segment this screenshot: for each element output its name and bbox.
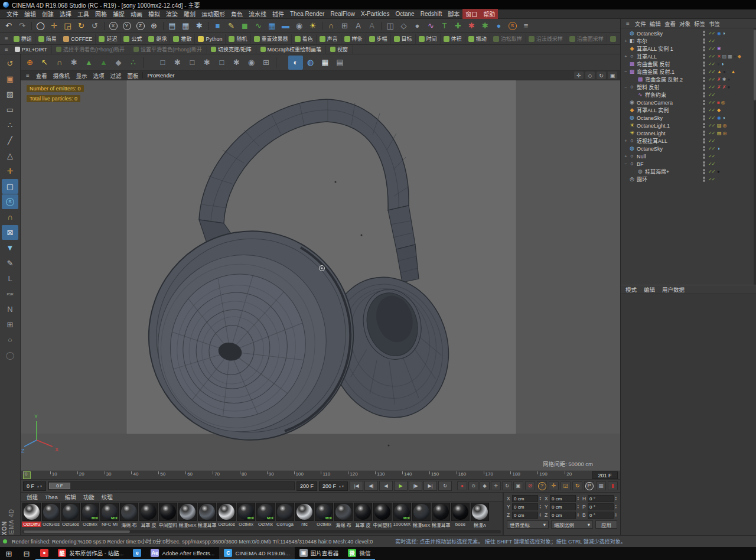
object-row[interactable]: ▩ 弯曲金属 反射 ● ◑ — [622, 60, 755, 68]
material-thumbnail[interactable]: M!X — [393, 503, 411, 521]
material-item[interactable]: OctGlos — [61, 503, 80, 527]
enable-checks-icon[interactable] — [708, 77, 717, 82]
enable-checks-icon[interactable] — [708, 161, 717, 167]
material-item[interactable]: 海绵-布 — [119, 503, 139, 528]
object-name[interactable]: OctaneSky — [637, 115, 702, 121]
menu-item[interactable]: 帮助 — [480, 9, 498, 19]
material-menu-item[interactable]: 功能 — [80, 493, 97, 501]
tag-command-button[interactable]: 视窗 — [326, 45, 353, 54]
effector-button[interactable]: 延迟 — [96, 34, 120, 44]
tag-command-button[interactable]: MoGraph权重绘制画笔 — [256, 45, 327, 54]
move-tool-icon[interactable]: ✛ — [47, 20, 61, 32]
material-thumbnail[interactable] — [159, 503, 177, 521]
effector-button[interactable]: 群组 — [11, 34, 35, 44]
text-tool-icon[interactable]: T — [438, 20, 451, 32]
camera-small-icon[interactable]: ◉ — [244, 56, 259, 70]
material-label[interactable]: OctGlos — [218, 522, 235, 527]
menu-item[interactable]: 流水线 — [246, 9, 269, 19]
tag-icon[interactable]: ● — [727, 70, 730, 74]
material-item[interactable]: 海绵-布 — [334, 503, 353, 528]
rock-icon[interactable]: ◆ — [111, 56, 126, 70]
tag-command-button[interactable]: 设置平滑着色(Phong)断开 — [129, 45, 207, 54]
tag-icon[interactable]: ✗ — [722, 85, 726, 90]
taskbar-app-button[interactable]: ▣ 图片查看器 — [295, 547, 344, 560]
tag-icon[interactable]: ▤ — [722, 54, 727, 59]
effector-button[interactable]: Python — [195, 34, 226, 44]
material-label[interactable]: 1000MX — [393, 522, 411, 527]
tag-icon[interactable]: ◎ — [723, 123, 727, 128]
object-row[interactable]: ∿ 样条约束 — [622, 91, 755, 99]
menu-item[interactable]: 文件 — [4, 9, 21, 19]
attribute-tab[interactable]: 模式 — [625, 285, 637, 294]
material-label[interactable]: 耳罩 皮 — [141, 522, 156, 528]
expand-toggle-icon[interactable]: + — [623, 38, 628, 44]
taskbar-app-button[interactable]: ● — [35, 547, 53, 560]
material-thumbnail[interactable] — [120, 503, 138, 521]
wire-globe-icon[interactable]: ◍ — [303, 56, 318, 70]
range-stepper-icon[interactable]: ▲▼ — [338, 485, 344, 487]
move-small-icon[interactable]: ✛ — [549, 481, 559, 490]
toggle-gear-2-icon[interactable]: ✱ — [200, 56, 214, 70]
tag-icon[interactable]: ◉ — [717, 31, 721, 36]
enable-checks-icon[interactable] — [708, 138, 717, 144]
material-thumbnail[interactable] — [276, 503, 294, 521]
material-thumbnail[interactable] — [471, 503, 489, 521]
visibility-dots-icon[interactable] — [702, 69, 706, 74]
effector-button[interactable]: 振动 — [465, 34, 490, 44]
visibility-dots-icon[interactable] — [702, 38, 706, 44]
separator[interactable] — [141, 56, 155, 70]
object-row[interactable]: ◉ OctaneCamera ■ ◎ — [622, 99, 755, 106]
gear-green-icon[interactable]: ✱ — [478, 20, 492, 32]
material-thumbnail[interactable]: M!X — [100, 503, 119, 521]
object-name[interactable]: 近视挂耳ALL — [637, 137, 702, 145]
effector-button[interactable]: 着色 — [292, 34, 317, 44]
magnet-icon[interactable]: ∩ — [52, 56, 67, 70]
character-icon[interactable]: ✚ — [451, 20, 465, 32]
material-item[interactable]: 耳罩 皮 — [139, 503, 158, 528]
material-menu-item[interactable]: 编辑 — [62, 493, 79, 501]
taskbar-app-button[interactable]: Ae Adobe After Effects... — [146, 547, 219, 560]
tag-icon[interactable]: ■ — [717, 100, 720, 105]
range-end-field[interactable]: 200 F▲▼ — [319, 481, 348, 491]
object-name[interactable]: BF — [637, 161, 702, 167]
light-object-icon[interactable]: ☀ — [306, 20, 320, 32]
object-name[interactable]: OctaneCamera — [637, 100, 702, 106]
object-name[interactable]: 弯曲金属 反射.2 — [645, 76, 702, 83]
coordinate-stepper-icon[interactable] — [577, 496, 579, 501]
viewport-3d[interactable]: Y X Z Number of emitters: 0 Total live p… — [21, 80, 620, 470]
lock-y-axis-icon[interactable]: Y — [120, 20, 133, 32]
object-name[interactable]: 布尔 — [637, 37, 702, 45]
expand-toggle-icon[interactable]: + — [623, 154, 628, 159]
enable-checks-icon[interactable] — [708, 123, 717, 128]
enable-checks-icon[interactable] — [708, 177, 717, 182]
white-grid-icon[interactable]: ▦ — [318, 56, 333, 70]
tag-icon[interactable]: ● — [723, 70, 726, 74]
prev-key-icon[interactable]: ◀| — [364, 481, 378, 491]
enable-checks-icon[interactable] — [708, 69, 717, 74]
menu-item[interactable]: 网格 — [92, 9, 110, 19]
coordinate-stepper-icon[interactable] — [539, 513, 542, 517]
enable-checks-icon[interactable] — [708, 38, 717, 44]
visibility-dots-icon[interactable] — [702, 161, 706, 167]
current-frame-field[interactable]: 0 F▲▼ — [23, 481, 46, 491]
material-item[interactable]: 棉漫MIX — [178, 503, 197, 528]
array-generator-icon[interactable]: ▦ — [265, 20, 279, 32]
scale-small-icon[interactable]: ◲ — [561, 481, 571, 490]
material-item[interactable]: 棉漫耳罩 — [197, 503, 217, 528]
expand-toggle-icon[interactable]: + — [623, 54, 628, 59]
material-thumbnail[interactable] — [217, 503, 236, 521]
edges-mode-icon[interactable]: ╱ — [2, 133, 18, 148]
material-item[interactable]: 棉漫耳罩 — [431, 503, 451, 528]
menu-item[interactable]: 模拟 — [145, 9, 163, 19]
material-item[interactable]: OctDiffu — [22, 503, 41, 527]
material-item[interactable]: nfc — [295, 503, 314, 527]
object-row[interactable]: ▩ 弯曲金属 反射.2 ✗ ✱ ● — [622, 76, 755, 83]
menu-item[interactable]: 窗口 — [462, 9, 480, 19]
render-picture-viewer-icon[interactable]: ▦ — [179, 20, 193, 32]
key-position-icon[interactable]: ◆ — [480, 481, 490, 490]
key-scale-icon[interactable]: ✛ — [491, 481, 501, 490]
object-row[interactable]: ☀ OctaneLight.1 ▤ ◎ — [622, 122, 755, 129]
object-row[interactable]: + ○ Null — [622, 152, 755, 160]
loop-icon[interactable]: ↻ — [438, 481, 452, 491]
material-label[interactable]: NFC Mi — [102, 522, 118, 527]
